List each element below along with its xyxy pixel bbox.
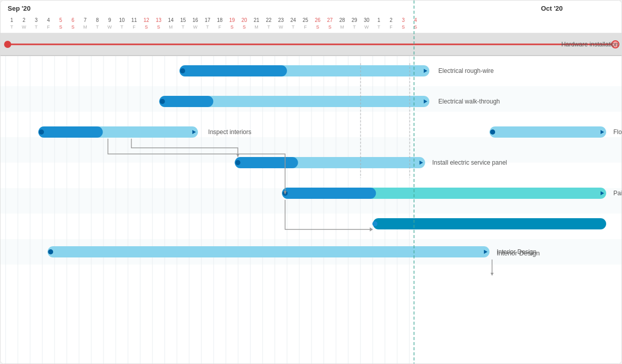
svg-text:4: 4 [47, 17, 50, 23]
svg-text:27: 27 [327, 17, 333, 23]
svg-text:W: W [279, 24, 283, 30]
svg-text:4: 4 [414, 17, 417, 23]
svg-point-154 [282, 191, 288, 196]
svg-point-162 [490, 129, 495, 135]
svg-text:7: 7 [84, 17, 87, 23]
svg-text:S: S [243, 24, 246, 30]
svg-marker-150 [420, 161, 423, 165]
svg-text:18: 18 [217, 17, 223, 23]
svg-point-134 [180, 68, 185, 73]
svg-text:22: 22 [266, 17, 272, 23]
svg-point-139 [160, 99, 165, 104]
svg-text:15: 15 [180, 17, 186, 23]
svg-text:F: F [390, 24, 393, 30]
svg-point-128 [4, 41, 11, 48]
svg-text:12: 12 [143, 17, 149, 23]
svg-rect-3 [140, 1, 152, 363]
svg-text:28: 28 [339, 17, 345, 23]
svg-point-129 [612, 41, 619, 48]
svg-marker-145 [192, 130, 196, 134]
svg-text:M: M [340, 24, 344, 30]
svg-text:Electrical walk-through: Electrical walk-through [438, 98, 500, 105]
svg-rect-4 [152, 1, 165, 363]
svg-text:Interior Design: Interior Design [497, 248, 536, 255]
svg-text:24: 24 [290, 17, 296, 23]
svg-marker-159 [484, 250, 487, 254]
svg-point-166 [372, 221, 377, 226]
svg-text:T: T [292, 24, 295, 30]
svg-text:Sep '20: Sep '20 [8, 5, 31, 12]
svg-text:T: T [120, 24, 123, 30]
svg-text:W: W [193, 24, 198, 30]
svg-rect-161 [489, 126, 606, 138]
svg-text:F: F [304, 24, 307, 30]
svg-text:10: 10 [119, 17, 125, 23]
svg-rect-152 [282, 188, 606, 199]
svg-text:M: M [83, 24, 87, 30]
svg-marker-168 [283, 191, 287, 194]
svg-text:S: S [402, 24, 405, 30]
svg-point-149 [236, 160, 241, 165]
svg-text:T: T [353, 24, 356, 30]
svg-rect-147 [235, 157, 425, 168]
svg-rect-14 [1, 112, 621, 137]
svg-rect-5 [226, 1, 238, 363]
svg-rect-10 [409, 1, 422, 363]
svg-text:13: 13 [156, 17, 162, 23]
svg-text:S: S [71, 24, 74, 30]
svg-text:M: M [169, 24, 173, 30]
svg-text:30: 30 [364, 17, 370, 23]
svg-text:9: 9 [108, 17, 111, 23]
svg-text:1: 1 [377, 17, 380, 23]
svg-text:F: F [218, 24, 221, 30]
svg-text:Paint touch-up: Paint touch-up [613, 190, 621, 197]
svg-rect-9 [397, 1, 409, 363]
svg-rect-19 [1, 239, 621, 265]
svg-marker-135 [424, 69, 427, 73]
svg-rect-153 [282, 188, 376, 199]
svg-rect-15 [1, 137, 621, 163]
svg-text:Electrical rough-wire: Electrical rough-wire [438, 67, 494, 74]
svg-text:S: S [316, 24, 319, 30]
gantt-chart-container: Sep '20Oct '201T2W3T4F5S6S7M8T9W10T11F12… [0, 0, 622, 364]
svg-text:F: F [133, 24, 136, 30]
svg-text:Floor 3 pipeline: Floor 3 pipeline [613, 128, 621, 136]
svg-text:14: 14 [168, 17, 174, 23]
svg-text:S: S [157, 24, 160, 30]
svg-text:2: 2 [22, 17, 25, 23]
svg-text:S: S [59, 24, 62, 30]
svg-text:6: 6 [71, 17, 74, 23]
svg-text:T: T [182, 24, 185, 30]
svg-text:8: 8 [96, 17, 99, 23]
svg-rect-20 [1, 1, 621, 33]
gantt-wrapper: Sep '20Oct '201T2W3T4F5S6S7M8T9W10T11F12… [1, 1, 621, 363]
svg-text:1: 1 [10, 17, 13, 23]
svg-text:11: 11 [131, 17, 137, 23]
svg-text:W: W [22, 24, 27, 30]
svg-text:Hardware installation: Hardware installation [561, 41, 618, 48]
svg-rect-133 [179, 65, 287, 76]
svg-rect-8 [324, 1, 336, 363]
svg-text:2: 2 [390, 17, 393, 23]
svg-text:S: S [145, 24, 148, 30]
svg-rect-126 [1, 33, 621, 56]
svg-text:Inspect interiors: Inspect interiors [208, 128, 251, 136]
svg-text:26: 26 [315, 17, 321, 23]
svg-text:T: T [96, 24, 99, 30]
svg-text:T: T [206, 24, 209, 30]
svg-rect-13 [1, 86, 621, 112]
svg-text:T: T [267, 24, 270, 30]
svg-rect-165 [373, 218, 606, 229]
svg-rect-2 [67, 1, 79, 363]
svg-text:25: 25 [302, 17, 308, 23]
svg-text:T: T [377, 24, 380, 30]
svg-rect-143 [38, 126, 102, 138]
svg-rect-17 [1, 188, 621, 214]
svg-text:F: F [47, 24, 50, 30]
svg-rect-18 [1, 214, 621, 239]
svg-rect-137 [159, 96, 429, 107]
svg-text:W: W [108, 24, 112, 30]
svg-text:T: T [35, 24, 38, 30]
svg-rect-6 [238, 1, 250, 363]
svg-rect-157 [47, 246, 489, 257]
